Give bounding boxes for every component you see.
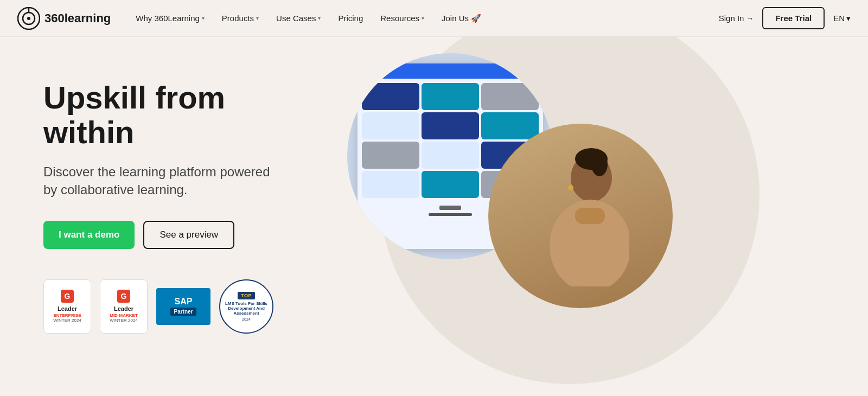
mockup-card [422, 142, 479, 169]
svg-point-2 [27, 17, 30, 20]
hero-section: Upskill from within Discover the learnin… [0, 37, 868, 396]
person-silhouette [488, 124, 673, 308]
hero-right [315, 37, 868, 396]
g2-icon: G [61, 290, 74, 303]
svg-point-9 [568, 185, 573, 190]
mockup-card [422, 83, 479, 110]
hero-image-person [488, 124, 673, 308]
badge-sap: SAP Partner [156, 288, 210, 325]
mockup-card [362, 112, 419, 139]
mockup-card [362, 142, 419, 169]
mockup-card [362, 83, 419, 110]
navbar: 360learning Why 360Learning ▾ Products ▾… [0, 0, 868, 37]
g2-icon: G [117, 290, 130, 303]
mockup-card [481, 83, 539, 110]
sign-in-link[interactable]: Sign In → [719, 14, 754, 23]
person-svg [532, 145, 629, 286]
hero-headline: Upskill from within [43, 80, 282, 150]
mockup-dot [371, 69, 375, 73]
badge-g2-midmarket: G Leader Mid-Market WINTER 2024 [100, 279, 148, 334]
preview-button[interactable]: See a preview [143, 221, 234, 249]
chevron-down-icon: ▾ [202, 15, 205, 21]
nav-products[interactable]: Products ▾ [214, 9, 266, 27]
monitor-stand [439, 206, 461, 210]
arrow-right-icon: → [746, 14, 754, 23]
chevron-down-icon: ▾ [256, 15, 259, 21]
svg-rect-10 [575, 208, 605, 224]
hero-buttons: I want a demo See a preview [43, 221, 282, 249]
nav-join-us[interactable]: Join Us 🚀 [434, 9, 489, 28]
badge-lms: TOP LMS Tools For Skills Development And… [219, 279, 273, 334]
logo-icon [17, 7, 40, 30]
language-selector[interactable]: EN ▾ [833, 14, 851, 23]
mockup-card [362, 171, 419, 198]
badges-row: G Leader Enterprise WINTER 2024 G Leader… [43, 279, 282, 334]
hero-subtext: Discover the learning platform powered b… [43, 163, 282, 199]
mockup-dot [363, 69, 367, 73]
monitor-base [429, 213, 472, 216]
badge-g2-enterprise: G Leader Enterprise WINTER 2024 [43, 279, 91, 334]
chevron-down-icon: ▾ [846, 14, 851, 23]
mockup-card [481, 112, 539, 139]
chevron-down-icon: ▾ [318, 15, 321, 21]
nav-why-360learning[interactable]: Why 360Learning ▾ [128, 9, 212, 27]
free-trial-button[interactable]: Free Trial [762, 7, 825, 29]
hero-left: Upskill from within Discover the learnin… [0, 37, 315, 396]
mockup-card [422, 112, 479, 139]
demo-button[interactable]: I want a demo [43, 221, 135, 249]
mockup-dot [378, 69, 382, 73]
brand-name: 360learning [44, 11, 111, 25]
nav-links: Why 360Learning ▾ Products ▾ Use Cases ▾… [128, 9, 718, 28]
nav-pricing[interactable]: Pricing [330, 9, 371, 27]
svg-point-8 [575, 148, 608, 170]
nav-resources[interactable]: Resources ▾ [373, 9, 432, 27]
nav-right: Sign In → Free Trial EN ▾ [719, 7, 851, 29]
chevron-down-icon: ▾ [422, 15, 424, 21]
mockup-card [422, 171, 479, 198]
logo[interactable]: 360learning [17, 7, 111, 30]
nav-use-cases[interactable]: Use Cases ▾ [269, 9, 328, 27]
